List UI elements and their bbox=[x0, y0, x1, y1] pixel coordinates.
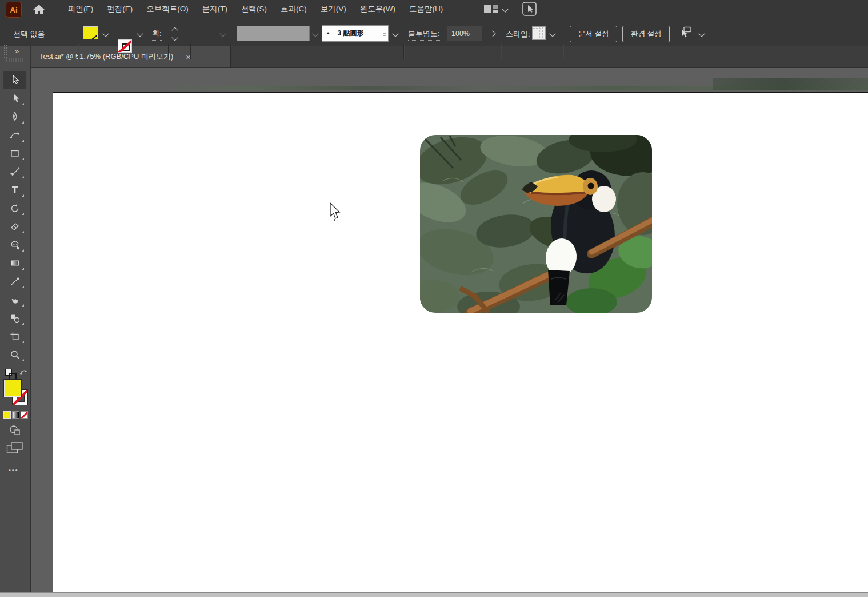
swap-fill-stroke-button[interactable] bbox=[19, 368, 28, 377]
none-button[interactable] bbox=[21, 411, 28, 419]
panel-expand-icon[interactable]: » bbox=[15, 47, 18, 55]
gradient-tool[interactable] bbox=[3, 254, 26, 272]
type-tool[interactable] bbox=[3, 181, 26, 199]
curvature-tool[interactable] bbox=[3, 126, 26, 144]
workspace-chevron-icon[interactable] bbox=[502, 6, 508, 12]
tools-panel-grip[interactable] bbox=[6, 58, 23, 62]
screen-mode-button[interactable] bbox=[6, 441, 23, 455]
app-logo-icon[interactable]: Ai bbox=[6, 2, 22, 18]
menu-item-window[interactable]: 윈도우(W) bbox=[353, 4, 402, 14]
rectangle-tool[interactable] bbox=[3, 144, 26, 162]
control-bar-grip[interactable] bbox=[3, 45, 9, 59]
paintbrush-tool[interactable] bbox=[3, 162, 26, 181]
stroke-profile-box[interactable] bbox=[237, 26, 310, 41]
default-fill-stroke-button[interactable] bbox=[5, 369, 17, 380]
menu-item-view[interactable]: 보기(V) bbox=[314, 4, 353, 14]
opacity-input[interactable]: 100% bbox=[447, 26, 482, 41]
menu-item-help[interactable]: 도움말(H) bbox=[402, 4, 450, 14]
eyedropper-tool[interactable] bbox=[3, 272, 26, 290]
home-button[interactable] bbox=[31, 2, 46, 16]
fill-color-swatch[interactable] bbox=[83, 26, 98, 39]
tool-flyout-indicator bbox=[22, 121, 24, 124]
tool-flyout-indicator bbox=[22, 194, 24, 197]
illustrator-window: Ai 파일(F) 편집(E) 오브젝트(O) 문자(T) 선택(S) 효과(C)… bbox=[0, 0, 868, 597]
rotate-arrow-icon bbox=[10, 203, 20, 213]
tool-flyout-indicator bbox=[22, 176, 24, 178]
selection-tool-options-button[interactable] bbox=[679, 26, 693, 39]
drawing-mode-button[interactable] bbox=[8, 424, 22, 436]
cursor-panel-icon bbox=[679, 26, 693, 39]
color-button[interactable] bbox=[3, 411, 11, 419]
tool-flyout-indicator bbox=[22, 249, 24, 252]
gradient-button[interactable] bbox=[12, 411, 19, 419]
draw-normal-icon bbox=[8, 424, 22, 436]
share-document-button[interactable] bbox=[522, 1, 537, 17]
hand-tool[interactable] bbox=[3, 290, 26, 309]
fill-swatch-large[interactable] bbox=[4, 380, 21, 397]
style-chevron-icon[interactable] bbox=[549, 30, 555, 37]
edit-toolbar-button[interactable]: ••• bbox=[9, 467, 19, 473]
horizontal-scrollbar[interactable] bbox=[0, 592, 868, 597]
control-bar-separator bbox=[403, 44, 405, 59]
pen-nib-icon bbox=[10, 112, 20, 122]
opacity-label[interactable]: 불투명도: bbox=[408, 29, 440, 41]
control-bar-separator bbox=[501, 44, 502, 59]
brush-preset-combo[interactable]: • 3 點圓形 bbox=[322, 25, 389, 42]
menu-item-file[interactable]: 파일(F) bbox=[61, 4, 100, 14]
brush-chevron-icon[interactable] bbox=[392, 30, 398, 37]
control-bar-separator bbox=[190, 44, 191, 59]
home-icon bbox=[33, 3, 45, 15]
variable-width-chevron-icon[interactable] bbox=[219, 30, 226, 37]
opacity-arrow-icon[interactable] bbox=[489, 30, 495, 37]
pen-tool[interactable] bbox=[3, 108, 26, 126]
preferences-button[interactable]: 환경 설정 bbox=[622, 26, 670, 42]
blend-tool[interactable] bbox=[3, 309, 26, 327]
menu-item-edit[interactable]: 편집(E) bbox=[100, 4, 139, 14]
stroke-weight-stepper[interactable] bbox=[173, 28, 177, 40]
screen-mode-icon bbox=[6, 441, 23, 455]
none-slash-icon bbox=[21, 411, 28, 419]
curvature-icon bbox=[10, 130, 20, 140]
selection-tool[interactable] bbox=[3, 71, 26, 89]
menu-bar: Ai 파일(F) 편집(E) 오브젝트(O) 문자(T) 선택(S) 효과(C)… bbox=[0, 0, 868, 18]
paintbrush-icon bbox=[10, 166, 20, 177]
menu-item-select[interactable]: 선택(S) bbox=[234, 4, 274, 14]
menu-item-effect[interactable]: 효과(C) bbox=[274, 4, 314, 14]
direct-selection-tool[interactable] bbox=[3, 89, 26, 108]
canvas-area[interactable] bbox=[31, 67, 868, 597]
menu-item-object[interactable]: 오브젝트(O) bbox=[139, 4, 195, 14]
stroke-chevron-icon[interactable] bbox=[137, 30, 143, 37]
fill-chevron-icon[interactable] bbox=[102, 30, 109, 37]
control-bar-separator bbox=[168, 44, 169, 59]
tool-flyout-indicator bbox=[22, 213, 24, 215]
document-setup-button[interactable]: 문서 설정 bbox=[570, 26, 617, 42]
tool-flyout-indicator bbox=[22, 341, 24, 343]
selection-options-chevron-icon[interactable] bbox=[698, 30, 705, 37]
share-hand-icon bbox=[522, 1, 537, 17]
tool-flyout-indicator bbox=[22, 359, 24, 361]
artboard-tool[interactable] bbox=[3, 327, 26, 345]
direct-selection-arrow-icon bbox=[10, 93, 20, 104]
stepper-down-icon[interactable] bbox=[171, 34, 178, 41]
style-label: 스타일: bbox=[506, 29, 530, 39]
shaper-tool[interactable] bbox=[3, 236, 26, 254]
stepper-up-icon[interactable] bbox=[171, 27, 178, 33]
zoom-tool[interactable] bbox=[3, 345, 26, 364]
workspace-layout-icon bbox=[483, 4, 498, 14]
selection-arrow-icon bbox=[10, 75, 20, 85]
menu-item-type[interactable]: 문자(T) bbox=[195, 4, 234, 14]
style-swatch[interactable] bbox=[532, 26, 546, 40]
control-bar-separator bbox=[78, 44, 79, 59]
profile-chevron-icon[interactable] bbox=[312, 30, 318, 37]
eraser-tool[interactable] bbox=[3, 217, 26, 236]
rotate-tool[interactable] bbox=[3, 199, 26, 217]
selection-status: 선택 없음 bbox=[13, 29, 45, 39]
stroke-color-swatch[interactable] bbox=[118, 39, 132, 53]
tool-flyout-indicator bbox=[22, 304, 24, 307]
tool-flyout-indicator bbox=[22, 231, 24, 233]
stroke-weight-label[interactable]: 획: bbox=[152, 29, 162, 41]
workspace-switcher-button[interactable] bbox=[483, 4, 498, 14]
placed-image-toucan[interactable] bbox=[420, 135, 652, 313]
brush-scroll-ticks bbox=[383, 29, 386, 39]
menubar-separator bbox=[55, 3, 55, 14]
